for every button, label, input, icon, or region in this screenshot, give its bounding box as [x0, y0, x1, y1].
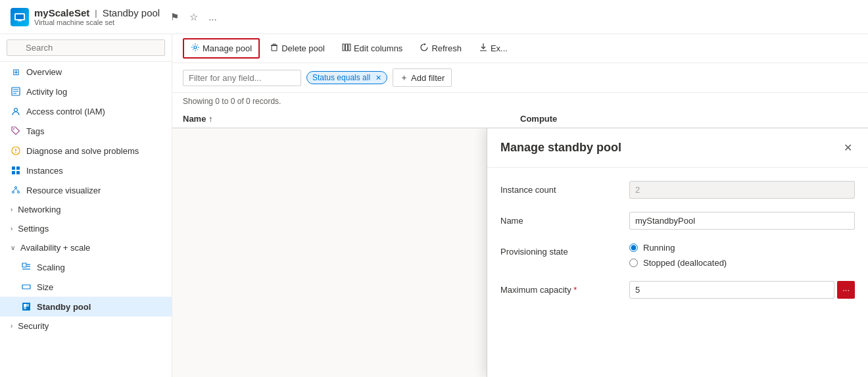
- sidebar-item-networking[interactable]: › Networking: [0, 200, 172, 219]
- svg-point-7: [14, 109, 18, 112]
- svg-rect-1: [16, 14, 24, 19]
- instance-count-row: Instance count: [500, 181, 855, 199]
- svg-rect-21: [22, 263, 26, 267]
- search-box: 🔍: [0, 34, 172, 62]
- avail-scale-chevron: ∨: [11, 244, 15, 251]
- sidebar-item-activity-log[interactable]: Activity log: [0, 82, 172, 101]
- resource-visualizer-icon: [11, 185, 21, 195]
- sidebar-item-resource-visualizer[interactable]: Resource visualizer: [0, 180, 172, 200]
- svg-rect-27: [24, 304, 26, 307]
- svg-point-17: [12, 191, 14, 193]
- sidebar-item-standby-pool[interactable]: Standby pool: [0, 297, 172, 316]
- instances-icon: [11, 165, 21, 176]
- provisioning-state-label: Provisioning state: [500, 243, 619, 257]
- svg-rect-28: [26, 304, 29, 307]
- export-button[interactable]: Ex...: [471, 39, 515, 58]
- access-control-label: Access control (IAM): [26, 107, 105, 116]
- svg-rect-2: [18, 20, 22, 22]
- maximum-capacity-input[interactable]: [629, 281, 834, 299]
- svg-rect-25: [22, 285, 30, 289]
- manage-pool-label: Manage pool: [203, 43, 252, 53]
- running-radio[interactable]: [629, 243, 638, 252]
- toolbar: Manage pool Delete pool: [172, 34, 868, 63]
- delete-pool-button[interactable]: Delete pool: [262, 39, 332, 58]
- search-wrapper: 🔍: [7, 39, 165, 56]
- svg-rect-13: [16, 166, 20, 170]
- instance-count-control: [629, 181, 855, 199]
- name-row: Name: [500, 212, 855, 230]
- panel-close-button[interactable]: ✕: [841, 139, 855, 157]
- pin-button[interactable]: ⚑: [168, 10, 181, 24]
- size-label: Size: [37, 282, 53, 292]
- overview-icon: ⊞: [11, 66, 21, 77]
- table-header: Name ↑ Compute: [172, 110, 868, 128]
- name-label: Name: [500, 212, 619, 226]
- plus-icon: ＋: [400, 72, 408, 84]
- gear-icon: [191, 43, 200, 54]
- svg-rect-12: [12, 166, 15, 170]
- sidebar-item-instances[interactable]: Instances: [0, 161, 172, 180]
- resource-type: Virtual machine scale set: [34, 18, 160, 26]
- panel-header: Manage standby pool ✕: [487, 128, 868, 168]
- provisioning-state-radio-group: Running Stopped (deallocated): [629, 243, 855, 268]
- top-header: myScaleSet | Standby pool Virtual machin…: [0, 0, 868, 34]
- remove-filter-button[interactable]: ✕: [375, 74, 381, 82]
- svg-point-18: [18, 191, 20, 193]
- stopped-radio[interactable]: [629, 259, 638, 267]
- sidebar-item-tags[interactable]: Tags: [0, 121, 172, 141]
- sidebar-item-settings[interactable]: › Settings: [0, 219, 172, 238]
- resource-visualizer-label: Resource visualizer: [26, 186, 101, 195]
- svg-point-11: [15, 152, 16, 153]
- tags-label: Tags: [26, 126, 44, 136]
- group-availability-scale[interactable]: ∨ Availability + scale: [0, 238, 172, 257]
- sidebar-item-scaling[interactable]: Scaling: [0, 257, 172, 277]
- filter-input[interactable]: [183, 70, 301, 86]
- add-filter-button[interactable]: ＋ Add filter: [393, 68, 452, 87]
- scaling-label: Scaling: [37, 263, 65, 272]
- sidebar-item-access-control[interactable]: Access control (IAM): [0, 101, 172, 121]
- instances-label: Instances: [26, 166, 63, 176]
- svg-point-8: [13, 128, 14, 130]
- provisioning-state-row: Provisioning state Running Stopped (deal…: [500, 243, 855, 268]
- diagnose-label: Diagnose and solve problems: [26, 146, 139, 156]
- maximum-capacity-dots-button[interactable]: ···: [837, 281, 855, 299]
- sidebar-item-size[interactable]: Size: [0, 277, 172, 297]
- delete-pool-label: Delete pool: [281, 43, 325, 53]
- more-button[interactable]: ...: [206, 10, 220, 24]
- panel-title: Manage standby pool: [500, 141, 621, 155]
- sidebar-item-diagnose[interactable]: Diagnose and solve problems: [0, 141, 172, 161]
- search-input[interactable]: [7, 39, 165, 56]
- stopped-label: Stopped (deallocated): [643, 258, 727, 268]
- maximum-capacity-label: Maximum capacity: [500, 281, 619, 295]
- tags-icon: [11, 126, 21, 136]
- activity-log-icon: [11, 86, 21, 97]
- page-name: Standby pool: [103, 7, 160, 18]
- edit-columns-button[interactable]: Edit columns: [335, 39, 410, 58]
- svg-rect-31: [343, 44, 345, 51]
- maximum-capacity-input-group: ···: [629, 281, 855, 299]
- name-input[interactable]: [629, 212, 855, 230]
- sidebar-item-overview[interactable]: ⊞ Overview: [0, 62, 172, 82]
- status-filter-chip[interactable]: Status equals all ✕: [306, 71, 387, 84]
- networking-chevron: ›: [11, 206, 12, 213]
- refresh-button[interactable]: Refresh: [412, 39, 469, 58]
- resource-name: myScaleSet: [34, 7, 89, 18]
- security-label: Security: [18, 321, 49, 331]
- manage-pool-button[interactable]: Manage pool: [183, 38, 260, 59]
- favorite-button[interactable]: ☆: [187, 10, 201, 24]
- stopped-option[interactable]: Stopped (deallocated): [629, 258, 855, 268]
- standby-pool-icon: [21, 301, 32, 312]
- records-info: Showing 0 to 0 of 0 records.: [172, 93, 868, 110]
- group-security[interactable]: › Security: [0, 316, 172, 336]
- settings-label: Settings: [18, 224, 49, 234]
- main-layout: 🔍 ⊞ Overview Activity log: [0, 34, 868, 377]
- svg-rect-29: [24, 307, 26, 309]
- maximum-capacity-control: ···: [629, 281, 855, 299]
- manage-standby-pool-panel: Manage standby pool ✕ Instance count Nam…: [487, 128, 868, 377]
- columns-icon: [342, 43, 351, 54]
- name-control: [629, 212, 855, 230]
- sidebar: 🔍 ⊞ Overview Activity log: [0, 34, 172, 377]
- header-actions: ⚑ ☆ ...: [168, 10, 220, 24]
- delete-icon: [270, 43, 279, 54]
- running-option[interactable]: Running: [629, 243, 855, 253]
